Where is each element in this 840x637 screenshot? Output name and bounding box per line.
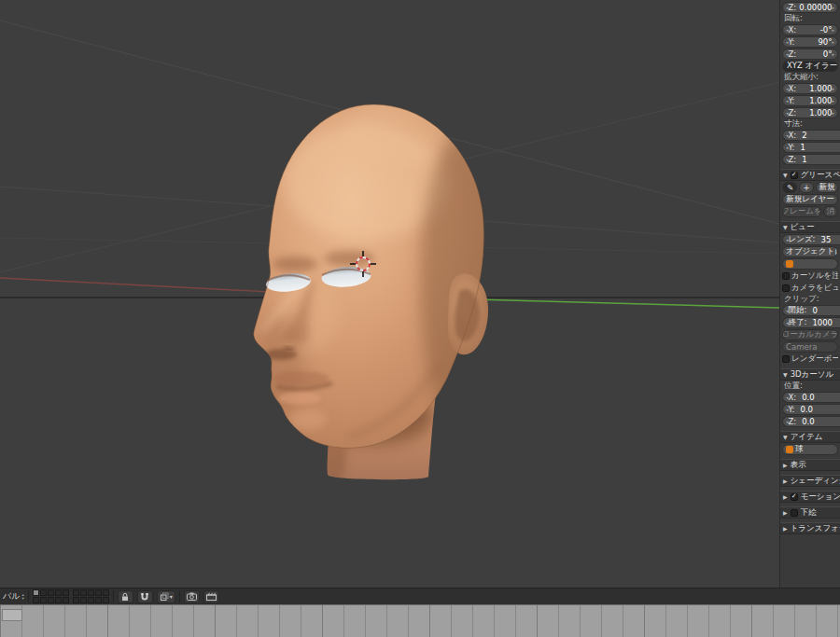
transform-panel-header[interactable]: ▶ トランスフォーム xyxy=(780,522,840,534)
location-z-field[interactable]: ◂ Z:0.00000 ▸ xyxy=(782,2,838,13)
panel-closed-icon: ▶ xyxy=(783,509,788,516)
opengl-render-anim-button[interactable] xyxy=(203,590,219,603)
grease-pencil-add-button[interactable]: + xyxy=(799,182,814,193)
scale-label: 拡大縮小: xyxy=(780,72,840,82)
lock-to-cursor-checkbox[interactable] xyxy=(782,272,790,280)
separator xyxy=(28,590,29,602)
item-name-field[interactable]: 球 xyxy=(782,444,838,455)
grease-pencil-draw-button[interactable]: ✎ xyxy=(782,182,797,193)
layer-toggle[interactable] xyxy=(103,589,109,596)
layer-toggle[interactable] xyxy=(95,597,102,603)
layer-toggle[interactable] xyxy=(73,597,79,603)
motion-tracking-checkbox[interactable]: ✓ xyxy=(791,493,798,501)
layer-toggle[interactable] xyxy=(80,597,87,603)
orientation-dropdown[interactable]: バル ▴▾ xyxy=(3,590,24,602)
opengl-render-button[interactable] xyxy=(184,590,200,603)
layer-toggle[interactable] xyxy=(63,597,69,603)
dimension-x-field[interactable]: ◂ X:2 xyxy=(782,130,840,141)
layer-toggle[interactable] xyxy=(40,597,47,603)
grease-pencil-panel-header[interactable]: ▼ ✓ グリースペン xyxy=(780,169,840,181)
cursor-x-field[interactable]: ◂ X:0.0 xyxy=(782,392,840,403)
layer-grid-2[interactable] xyxy=(73,589,109,603)
y-axis-line xyxy=(439,298,779,308)
increment-icon[interactable]: ▸ xyxy=(832,28,834,33)
snap-element-dropdown[interactable]: ▾ xyxy=(157,590,175,603)
increment-icon[interactable]: ▸ xyxy=(832,6,834,10)
timeline-left-widget[interactable] xyxy=(2,609,22,621)
layer-toggle[interactable] xyxy=(55,597,62,603)
layer-toggle[interactable] xyxy=(73,589,79,596)
shading-panel-header[interactable]: ▶ シェーディング xyxy=(780,475,840,487)
properties-panel: ◂ Z:0.00000 ▸ 回転: ◂ X:-0° ▸ ◂ Y:90° ▸ ◂ … xyxy=(779,0,840,588)
view-panel-header[interactable]: ▼ ビュー xyxy=(780,221,840,233)
rotation-y-field[interactable]: ◂ Y:90° ▸ xyxy=(782,36,838,48)
grease-pencil-new-button[interactable]: 新規 xyxy=(816,182,838,193)
snap-cube-icon xyxy=(160,592,169,602)
lens-field[interactable]: ◂ レンズ:35 xyxy=(782,234,840,245)
3d-viewport[interactable] xyxy=(0,0,779,588)
layer-toggle[interactable] xyxy=(48,597,54,603)
lock-to-object-label: オブジェクトに注視 xyxy=(782,246,838,257)
layer-toggle[interactable] xyxy=(33,589,39,596)
separator xyxy=(113,590,114,602)
motion-tracking-panel-header[interactable]: ▶ ✓ モーショント xyxy=(780,491,840,503)
dimension-y-field[interactable]: ◂ Y:1 xyxy=(782,142,840,153)
background-images-panel-header[interactable]: ▶ 下絵 xyxy=(780,506,840,519)
layer-toggle[interactable] xyxy=(88,597,94,603)
layer-toggle[interactable] xyxy=(55,589,62,596)
clip-end-field[interactable]: ◂ 終了:1000 xyxy=(782,317,840,328)
layer-toggle[interactable] xyxy=(33,597,39,603)
layer-toggle[interactable] xyxy=(48,589,54,596)
layer-grid-1[interactable] xyxy=(33,589,69,603)
viewport-canvas[interactable] xyxy=(0,0,779,588)
panel-open-icon: ▼ xyxy=(783,371,788,378)
scene-lock-button[interactable] xyxy=(118,590,133,603)
camera-field[interactable]: Camera xyxy=(782,341,838,353)
camera-to-view-label: カメラをビューに xyxy=(791,283,838,294)
render-border-label: レンダーボーダー xyxy=(791,353,838,365)
increment-icon[interactable]: ▸ xyxy=(832,52,834,57)
lock-object-picker[interactable] xyxy=(782,258,838,270)
layer-toggle[interactable] xyxy=(103,597,109,603)
new-layer-button[interactable]: 新規レイヤー xyxy=(782,194,838,205)
panel-closed-icon: ▶ xyxy=(783,478,788,484)
increment-icon[interactable]: ▸ xyxy=(832,87,834,91)
scale-z-field[interactable]: ◂ Z:1.000 ▸ xyxy=(782,107,838,118)
cursor-y-field[interactable]: ◂ Y:0.0 xyxy=(782,404,840,415)
layer-toggle[interactable] xyxy=(80,589,87,596)
rotation-mode-dropdown[interactable]: XYZ オイラー角 xyxy=(782,61,838,72)
timeline-strip[interactable] xyxy=(0,604,840,637)
mesh-data-icon xyxy=(786,446,793,453)
rotation-x-field[interactable]: ◂ X:-0° ▸ xyxy=(782,24,838,35)
increment-icon[interactable]: ▸ xyxy=(832,99,834,104)
layer-toggle[interactable] xyxy=(95,589,102,596)
display-panel-header[interactable]: ▶ 表示 xyxy=(780,459,840,471)
lock-to-cursor-label: カーソルを注視 xyxy=(791,270,838,282)
render-border-checkbox[interactable] xyxy=(782,355,790,363)
layer-toggle[interactable] xyxy=(63,589,69,596)
increment-icon[interactable]: ▸ xyxy=(832,40,834,45)
cursor-z-field[interactable]: ◂ Z:0.0 xyxy=(782,416,840,427)
rotation-z-field[interactable]: ◂ Z:0° ▸ xyxy=(782,48,838,60)
clip-label: クリップ: xyxy=(780,294,840,304)
head-model[interactable] xyxy=(254,101,517,485)
scale-y-field[interactable]: ◂ Y:1.000 ▸ xyxy=(782,95,838,106)
dimension-z-field[interactable]: ◂ Z:1 xyxy=(782,154,840,165)
dropdown-stepper-icon: ▴▾ xyxy=(21,593,23,601)
3d-cursor-panel-header[interactable]: ▼ 3Dカーソル xyxy=(780,368,840,381)
erase-button[interactable]: 消 xyxy=(823,206,838,217)
scale-x-field[interactable]: ◂ X:1.000 ▸ xyxy=(782,83,838,94)
increment-icon[interactable]: ▸ xyxy=(832,111,834,116)
panel-open-icon: ▼ xyxy=(783,224,788,230)
frame-button[interactable]: フレームを xyxy=(782,206,821,217)
camera-to-view-checkbox[interactable] xyxy=(782,284,790,292)
panel-closed-icon: ▶ xyxy=(783,462,788,468)
item-panel-header[interactable]: ▼ アイテム xyxy=(780,431,840,443)
snap-toggle-button[interactable] xyxy=(137,590,153,603)
clip-start-field[interactable]: ◂ 開始:0 xyxy=(782,305,840,316)
background-images-checkbox[interactable] xyxy=(791,509,798,517)
layer-toggle[interactable] xyxy=(88,589,94,596)
local-camera-button[interactable]: ローカルカメラ xyxy=(782,329,838,340)
layer-toggle[interactable] xyxy=(40,589,47,596)
grease-pencil-checkbox[interactable]: ✓ xyxy=(791,172,798,179)
